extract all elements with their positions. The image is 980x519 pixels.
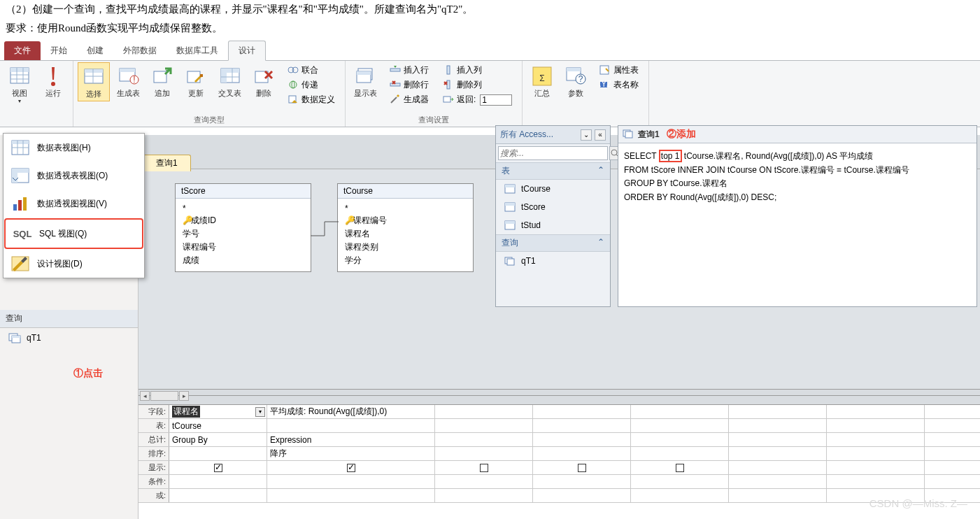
view-sql[interactable]: SQL SQL 视图(Q) [4, 218, 143, 249]
key-icon: 🔑 [345, 215, 353, 225]
checkbox[interactable] [214, 464, 222, 472]
svg-text:Σ: Σ [540, 73, 545, 83]
svg-rect-71 [507, 259, 514, 265]
sql-icon: SQL [13, 225, 32, 242]
qbe-table-1[interactable]: tCourse [169, 419, 267, 432]
tab-create[interactable]: 创建 [77, 41, 113, 60]
update-button[interactable]: 更新 [180, 62, 211, 100]
return-button[interactable]: 返回: [440, 93, 515, 106]
propsheet-button[interactable]: 属性表 [597, 64, 641, 77]
svg-rect-18 [200, 74, 203, 77]
dropdown-icon[interactable]: ▾ [255, 407, 265, 417]
datadef-button[interactable]: 数据定义 [285, 93, 338, 106]
svg-point-28 [292, 81, 294, 88]
sql-tab-title: 查询1 [638, 129, 660, 141]
nav-section-queries[interactable]: 查询 [0, 310, 138, 328]
nav-qt1[interactable]: qT1 [496, 252, 610, 270]
table-icon [504, 184, 516, 194]
delete-query-button[interactable]: 删除 [248, 62, 279, 100]
checkbox[interactable] [347, 464, 355, 472]
svg-rect-37 [443, 97, 450, 102]
qbe-field-1[interactable]: 课程名▾ [169, 405, 267, 418]
showtable-button[interactable]: 显示表 [350, 62, 381, 100]
tab-external[interactable]: 外部数据 [113, 41, 166, 60]
datasheet-icon [10, 139, 30, 156]
annotation-1: ①点击 [73, 367, 103, 380]
datasheet-icon [8, 65, 31, 87]
svg-rect-15 [154, 71, 166, 83]
table-icon [504, 202, 516, 212]
svg-text:!: ! [133, 75, 135, 85]
svg-rect-54 [12, 169, 29, 173]
nav-tstud[interactable]: tStud [496, 216, 610, 234]
instruction-line1: （2）创建一个查询，查找平均成绩最高的课程，并显示"课程名"和"平均成绩"。所建… [0, 0, 980, 19]
builder-button[interactable]: 生成器 [387, 93, 432, 106]
deletecol-icon [443, 80, 454, 91]
params-button[interactable]: ? 参数 [560, 62, 591, 100]
svg-point-27 [290, 81, 297, 88]
collapse-icon[interactable]: « [595, 129, 606, 141]
view-design[interactable]: 设计视图(D) [3, 250, 144, 278]
union-button[interactable]: 联合 [285, 64, 338, 77]
instruction-line2: 要求：使用Round函数实现平均成绩保留整数。 [0, 19, 980, 38]
tab-design[interactable]: 设计 [228, 41, 266, 61]
svg-point-6 [51, 82, 55, 86]
nav-tcourse[interactable]: tCourse [496, 180, 610, 198]
svg-rect-36 [447, 80, 450, 89]
ruler-icon [10, 255, 30, 272]
svg-rect-32 [357, 71, 371, 75]
scroll-controls[interactable]: ◂▸ [140, 391, 189, 401]
qbe-field-2[interactable]: 平均成绩: Round(Avg([成绩]),0) [267, 405, 435, 418]
section-queries[interactable]: 查询⌃ [496, 234, 610, 252]
nav-item-qt1[interactable]: qT1 [0, 328, 138, 348]
sql-text[interactable]: SELECT top 1 tCourse.课程名, Round(Avg([成绩]… [618, 143, 977, 209]
return-icon [443, 94, 454, 106]
select-query-button[interactable]: 选择 [78, 62, 110, 101]
panel-title[interactable]: 所有 Access... [500, 129, 578, 141]
insertcol-icon [443, 65, 454, 76]
nav-tscore[interactable]: tScore [496, 198, 610, 216]
view-pivotchart[interactable]: 数据透视图视图(V) [3, 190, 144, 218]
svg-rect-69 [505, 221, 515, 224]
svg-rect-33 [390, 69, 400, 71]
deleterow-button[interactable]: 删除行 [387, 78, 432, 92]
svg-rect-1 [10, 68, 29, 72]
union-icon [287, 65, 299, 76]
svg-rect-17 [187, 71, 200, 83]
deletecol-button[interactable]: 删除列 [440, 78, 515, 92]
tab-dbtools[interactable]: 数据库工具 [166, 41, 228, 60]
append-button[interactable]: + 追加 [147, 62, 178, 100]
query-icon [8, 332, 21, 343]
tab-file[interactable]: 文件 [4, 41, 41, 60]
view-datasheet[interactable]: 数据表视图(H) [3, 134, 144, 162]
insertrow-button[interactable]: 插入行 [387, 64, 432, 77]
view-button[interactable]: 视图▾ [4, 62, 35, 108]
search-input[interactable] [498, 146, 608, 160]
run-button[interactable]: 运行 [38, 62, 69, 100]
splitter[interactable] [139, 389, 980, 396]
insertcol-button[interactable]: 插入列 [440, 64, 515, 77]
svg-rect-8 [85, 69, 103, 73]
dropdown-icon[interactable]: ⌄ [581, 129, 592, 141]
return-input[interactable] [480, 94, 512, 106]
svg-point-62 [611, 150, 617, 155]
checkbox[interactable] [676, 464, 684, 472]
deleterow-icon [390, 80, 401, 91]
checkbox[interactable] [480, 464, 488, 472]
table-tcourse[interactable]: tCourse * 🔑课程编号 课程名 课程类别 学分 [337, 183, 474, 272]
totals-button[interactable]: Σ 汇总 [527, 62, 558, 100]
tab-home[interactable]: 开始 [41, 41, 77, 60]
view-pivottable[interactable]: 数据透视表视图(O) [3, 162, 144, 190]
crosstab-button[interactable]: 交叉表 [214, 62, 246, 100]
join-line [311, 218, 339, 239]
checkbox[interactable] [578, 464, 586, 472]
maketable-button[interactable]: ! 生成表 [113, 62, 144, 100]
ribbon-tabs: 文件 开始 创建 外部数据 数据库工具 设计 [0, 41, 980, 61]
tablenames-button[interactable]: XYZ表名称 [597, 78, 641, 92]
table-tscore[interactable]: tScore * 🔑成绩ID 学号 课程编号 成绩 [175, 183, 311, 272]
passthrough-button[interactable]: 传递 [285, 78, 338, 92]
section-tables[interactable]: 表⌃ [496, 162, 610, 180]
svg-rect-67 [505, 203, 515, 206]
query-tab[interactable]: 查询1 [143, 155, 191, 171]
append-icon: + [151, 65, 173, 87]
